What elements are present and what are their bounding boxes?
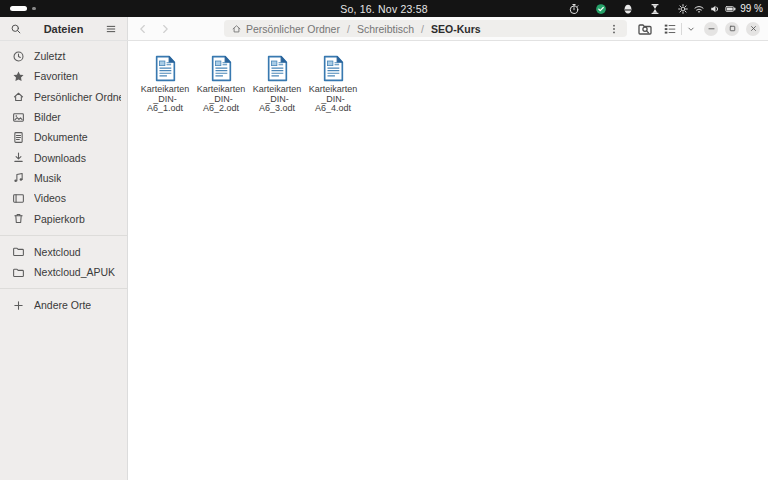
sidebar-item-label: Persönlicher Ordner [34,91,121,103]
brightness-icon[interactable] [677,3,689,15]
file-tile-karteikarten-din-a6-3-odt[interactable]: Karteikarten_DIN-A6_3.odt [249,55,305,114]
sidebar-item-favoriten[interactable]: Favoriten [0,66,127,86]
clock-icon [12,50,25,63]
folder-icon [12,266,25,279]
file-tile-karteikarten-din-a6-1-odt[interactable]: Karteikarten_DIN-A6_1.odt [137,55,193,114]
maximize-icon [728,24,737,33]
view-divider [681,23,682,35]
system-tray: 99 % [568,0,763,17]
sidebar-item-label: Andere Orte [34,299,91,311]
sidebar-item-label: Bilder [34,111,61,123]
download-icon [12,151,25,164]
stopwatch-indicator-icon[interactable] [568,3,580,15]
battery-percentage: 99 % [740,3,763,14]
trash-icon [12,212,25,225]
file-tile-karteikarten-din-a6-4-odt[interactable]: Karteikarten_DIN-A6_4.odt [305,55,361,114]
breadcrumb-item-schreibtisch[interactable]: Schreibtisch [357,23,414,35]
odt-file-icon [209,55,234,82]
search-folder-icon[interactable] [637,21,653,37]
path-menu-kebab-icon[interactable] [608,23,620,35]
search-icon[interactable] [10,23,22,35]
breadcrumb-item-persönlicher-ordner[interactable]: Persönlicher Ordner [231,23,340,35]
sidebar-item-label: Nextcloud_APUK [34,266,115,278]
breadcrumb-item-seo-kurs[interactable]: SEO-Kurs [431,23,481,35]
image-icon [12,111,25,124]
file-name: Karteikarten_DIN-A6_1.odt [141,85,190,114]
sidebar-item-andere-orte[interactable]: Andere Orte [0,295,127,315]
battery-icon[interactable] [725,3,737,15]
list-view-icon[interactable] [663,22,677,36]
star-icon [12,70,25,83]
odt-file-icon [265,55,290,82]
home-icon [12,90,25,103]
files-window: Dateien Persönlicher Ordner/Schreibtisch… [0,17,768,480]
app-title: Dateien [26,23,101,35]
sidebar-item-label: Downloads [34,152,86,164]
breadcrumb-separator: / [421,23,424,35]
wifi-icon[interactable] [693,3,705,15]
clock-menu[interactable]: So, 16. Nov 23:58 [340,0,427,17]
file-name: Karteikarten_DIN-A6_4.odt [309,85,358,114]
back-button[interactable] [136,22,150,36]
sidebar-header: Dateien [0,17,128,40]
breadcrumb-separator: / [347,23,350,35]
file-tile-karteikarten-din-a6-2-odt[interactable]: Karteikarten_DIN-A6_2.odt [193,55,249,114]
system-top-bar: So, 16. Nov 23:58 99 % [0,0,768,17]
sidebar-item-dokumente[interactable]: Dokumente [0,127,127,147]
file-name: Karteikarten_DIN-A6_2.odt [197,85,246,114]
workspace-active-pill [10,6,27,11]
video-icon [12,192,25,205]
odt-file-icon [321,55,346,82]
music-icon [12,171,25,184]
volume-icon[interactable] [709,3,721,15]
forward-button[interactable] [158,22,172,36]
sidebar-item-zuletzt[interactable]: Zuletzt [0,46,127,66]
sidebar-item-label: Videos [34,192,66,204]
view-toggle-button[interactable] [663,22,696,36]
workspace-indicator[interactable] [10,0,36,17]
sidebar-item-musik[interactable]: Musik [0,168,127,188]
sidebar-item-label: Papierkorb [34,213,85,225]
odt-file-icon [153,55,178,82]
window-controls [704,22,764,36]
sidebar-item-label: Favoriten [34,70,78,82]
header-bar: Dateien Persönlicher Ordner/Schreibtisch… [0,17,768,41]
maximize-button[interactable] [725,22,739,36]
file-name: Karteikarten_DIN-A6_3.odt [253,85,302,114]
main-header: Persönlicher Ordner/Schreibtisch/SEO-Kur… [128,17,768,40]
folder-icon [12,245,25,258]
document-icon [12,131,25,144]
minimize-button[interactable] [704,22,718,36]
close-icon [749,24,758,33]
sidebar-item-bilder[interactable]: Bilder [0,107,127,127]
hourglass-indicator-icon[interactable] [649,3,661,15]
hamburger-menu-icon[interactable] [105,23,117,35]
sidebar-item-label: Musik [34,172,61,184]
sidebar-item-downloads[interactable]: Downloads [0,147,127,167]
sidebar-item-label: Dokumente [34,131,88,143]
sidebar-separator [0,235,127,236]
sidebar-separator [0,288,127,289]
sidebar-item-nextcloud-apuk[interactable]: Nextcloud_APUK [0,262,127,282]
file-grid: Karteikarten_DIN-A6_1.odt Karteikarten_D… [128,41,768,480]
minimize-icon [707,24,716,33]
sidebar-item-videos[interactable]: Videos [0,188,127,208]
close-button[interactable] [746,22,760,36]
sidebar-item-persönlicher-ordner[interactable]: Persönlicher Ordner [0,87,127,107]
chevron-down-icon[interactable] [686,24,696,34]
sidebar-item-nextcloud[interactable]: Nextcloud [0,242,127,262]
status-ok-indicator-icon[interactable] [595,3,607,15]
sidebar: Zuletzt Favoriten Persönlicher Ordner Bi… [0,41,128,480]
breadcrumb: Persönlicher Ordner/Schreibtisch/SEO-Kur… [224,20,627,37]
sidebar-item-label: Zuletzt [34,50,66,62]
workspace-inactive-dot [32,7,36,11]
plus-icon [12,299,25,312]
egg-timer-indicator-icon[interactable] [622,3,634,15]
home-icon [231,23,242,34]
sidebar-item-label: Nextcloud [34,246,81,258]
sidebar-item-papierkorb[interactable]: Papierkorb [0,208,127,228]
